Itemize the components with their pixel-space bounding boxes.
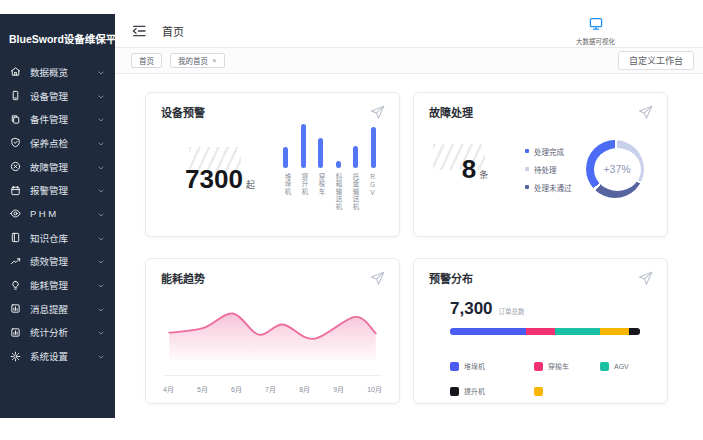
tab-bar: 首页我的首页× 自定义工作台 <box>115 48 703 74</box>
fault-circle-icon <box>10 161 22 173</box>
fault-count: 8条 <box>462 154 488 185</box>
legend-swatch <box>600 362 609 371</box>
legend-item-AGV: AGV <box>600 361 652 371</box>
sidebar-item-6[interactable]: 报警管理 <box>0 178 115 202</box>
card-device-warning: 设备预警 7300起 堆垛机提升机穿梭车料箱输送机托盘输送机RGV <box>145 92 400 237</box>
bar-料箱输送机 <box>336 161 341 169</box>
spare-parts-icon <box>10 113 22 125</box>
customize-workbench-button[interactable]: 自定义工作台 <box>618 51 694 70</box>
sidebar-item-label: 报警管理 <box>30 183 97 197</box>
sidebar-item-2[interactable]: 设备管理 <box>0 84 115 108</box>
tab-close-icon[interactable]: × <box>212 57 217 65</box>
bar-RGV <box>371 127 376 168</box>
x-tick-label: 5月 <box>197 384 208 394</box>
order-total-label: 订单总数 <box>499 306 525 316</box>
chevron-down-icon <box>97 323 105 341</box>
card-energy-trend-title: 能耗趋势 <box>161 270 384 286</box>
sidebar-item-8[interactable]: 知识仓库 <box>0 226 115 250</box>
breadcrumb: 首页 <box>162 23 184 39</box>
chevron-down-icon <box>97 87 105 105</box>
eye-icon <box>10 208 22 220</box>
bars-row <box>279 124 380 168</box>
bar-labels-row: 堆垛机提升机穿梭车料箱输送机托盘输送机RGV <box>279 173 380 219</box>
bar-label: 料箱输送机 <box>334 173 342 219</box>
legend-item-处理未通过: 处理未通过 <box>525 182 586 193</box>
legend-label: 处理完成 <box>534 146 564 157</box>
sidebar-item-label: 绩效管理 <box>30 254 97 268</box>
legend-swatch <box>534 362 543 371</box>
stacked-segment-unlabeled <box>600 328 629 335</box>
sidebar-fold-icon[interactable] <box>131 24 147 38</box>
stacked-segment-堆垛机 <box>450 328 526 335</box>
sidebar-item-label: 数据概览 <box>30 65 97 79</box>
sidebar-item-label: 能耗管理 <box>30 278 97 292</box>
legend-label: 处理未通过 <box>534 182 572 193</box>
bar-堆垛机 <box>283 147 288 168</box>
legend-label: 提升机 <box>464 386 485 396</box>
tab-1[interactable]: 首页 <box>131 53 162 68</box>
chevron-down-icon <box>97 158 105 176</box>
chevron-down-icon <box>97 252 105 270</box>
legend-swatch <box>534 387 543 396</box>
bulb-icon <box>10 279 22 291</box>
energy-trend-area-chart <box>161 302 384 364</box>
x-tick-label: 9月 <box>333 384 344 394</box>
bar-label: 托盘输送机 <box>351 173 359 219</box>
main-area: 首页 大数据可视化 首页我的首页× 自定义工作台 设备预警 <box>115 14 703 418</box>
send-plane-icon[interactable] <box>637 104 654 125</box>
chevron-down-icon <box>97 205 105 223</box>
legend-label: 待处理 <box>534 164 557 175</box>
device-icon <box>10 90 22 102</box>
chevron-down-icon <box>97 300 105 318</box>
legend-label: 堆垛机 <box>464 361 485 371</box>
legend-item-处理完成: 处理完成 <box>525 146 586 157</box>
card-warning-distribution-title: 预警分布 <box>429 270 652 286</box>
legend-item-待处理: 待处理 <box>525 164 586 175</box>
sidebar-item-1[interactable]: 数据概览 <box>0 60 115 84</box>
bigdata-visualization-button[interactable]: 大数据可视化 <box>576 16 615 46</box>
sidebar-item-7[interactable]: P H M <box>0 202 115 226</box>
dashboard-content: 设备预警 7300起 堆垛机提升机穿梭车料箱输送机托盘输送机RGV 故障处理 <box>115 74 703 418</box>
sidebar-menu: 数据概览设备管理备件管理保养点检故障管理报警管理P H M知识仓库绩效管理能耗管… <box>0 60 115 368</box>
chevron-down-icon <box>97 347 105 365</box>
tab-2[interactable]: 我的首页× <box>170 53 225 68</box>
sidebar-item-12[interactable]: 统计分析 <box>0 321 115 345</box>
legend-swatch <box>450 362 459 371</box>
send-plane-icon[interactable] <box>369 270 386 291</box>
sidebar-item-13[interactable]: 系统设置 <box>0 344 115 368</box>
bar-label: RGV <box>368 173 376 219</box>
x-axis-line <box>163 375 382 376</box>
sidebar: BlueSword设备维保平台 数据概览设备管理备件管理保养点检故障管理报警管理… <box>0 14 115 418</box>
sidebar-item-label: 系统设置 <box>30 349 97 363</box>
sidebar-item-4[interactable]: 保养点检 <box>0 131 115 155</box>
book-icon <box>10 232 22 244</box>
device-warning-bar-chart: 堆垛机提升机穿梭车料箱输送机托盘输送机RGV <box>279 124 384 219</box>
shield-check-icon <box>10 137 22 149</box>
chevron-down-icon <box>97 63 105 81</box>
sidebar-item-10[interactable]: 能耗管理 <box>0 273 115 297</box>
send-plane-icon[interactable] <box>637 270 654 291</box>
sidebar-item-label: 设备管理 <box>30 89 97 103</box>
legend-item-unlabeled <box>534 386 600 396</box>
chevron-down-icon <box>97 134 105 152</box>
legend-item-提升机: 提升机 <box>450 386 534 396</box>
legend-dot <box>525 149 529 153</box>
legend-dot <box>525 167 529 171</box>
sidebar-item-9[interactable]: 绩效管理 <box>0 250 115 274</box>
stacked-segment-提升机 <box>629 328 640 335</box>
bar-穿梭车 <box>318 138 323 168</box>
x-tick-label: 4月 <box>163 384 174 394</box>
sidebar-item-5[interactable]: 故障管理 <box>0 155 115 179</box>
donut-center-label: +37% <box>603 163 630 175</box>
card-fault-handling-title: 故障处理 <box>429 104 652 120</box>
legend-swatch <box>450 387 459 396</box>
send-plane-icon[interactable] <box>369 104 386 125</box>
bigdata-label: 大数据可视化 <box>576 36 615 46</box>
bar-label: 堆垛机 <box>283 173 291 219</box>
card-energy-trend: 能耗趋势 4月5月6月7月8月9月10月 <box>145 258 400 404</box>
card-device-warning-title: 设备预警 <box>161 104 384 120</box>
sidebar-item-3[interactable]: 备件管理 <box>0 107 115 131</box>
sidebar-item-11[interactable]: 消息提醒 <box>0 297 115 321</box>
gear-icon <box>10 350 22 362</box>
sidebar-item-label: 统计分析 <box>30 325 97 339</box>
